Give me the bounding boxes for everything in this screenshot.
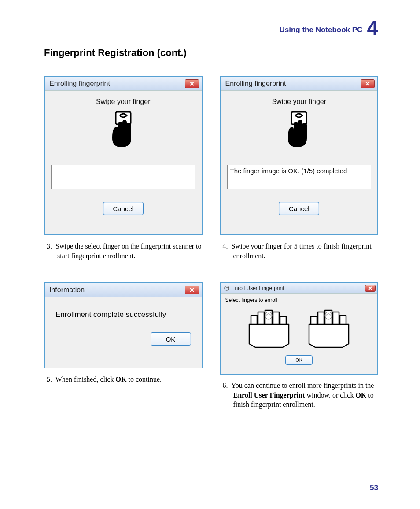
caption-text: to continue. [126, 375, 162, 383]
caption-3: 3. Swipe the select finger on the finger… [55, 241, 203, 260]
caption-text: When finished, click [55, 375, 116, 383]
swipe-label: Swipe your finger [96, 98, 151, 106]
ok-button[interactable]: OK [285, 355, 313, 365]
fingerprint-swipe-icon [280, 111, 318, 155]
chapter-label: Using the Notebook PC [280, 26, 363, 34]
select-fingers-label: Select fingers to enroll [225, 297, 278, 303]
dialog-title: Enroll User Fingerprint [232, 285, 284, 291]
close-icon[interactable] [365, 285, 376, 292]
caption-4: 4. Swipe your finger for 5 times to fini… [231, 241, 379, 260]
section-title: Fingerprint Registration (cont.) [44, 47, 378, 59]
dialog-title: Enrolling fingerprint [49, 80, 110, 88]
caption-num: 3. [47, 242, 52, 250]
caption-bold: OK [355, 391, 366, 399]
caption-text: window, or click [305, 391, 355, 399]
close-icon[interactable] [361, 79, 375, 88]
page-number: 53 [370, 483, 378, 492]
titlebar: Enroll User Fingerprint [221, 283, 378, 294]
dialog-title: Enrolling fingerprint [225, 80, 286, 88]
chapter-header: Using the Notebook PC 4 [44, 18, 378, 39]
cancel-button[interactable]: Cancel [103, 202, 144, 215]
step-4: Enrolling fingerprint Swipe your finger [220, 76, 379, 260]
caption-num: 5. [47, 375, 52, 383]
right-hand-icon[interactable] [305, 308, 353, 349]
fingerprint-swipe-icon [104, 111, 142, 155]
titlebar: Enrolling fingerprint [45, 77, 202, 91]
caption-text: You can continue to enroll more finger­p… [231, 382, 374, 389]
dialog-title: Information [49, 286, 85, 294]
cancel-button[interactable]: Cancel [279, 202, 319, 215]
step-6: Enroll User Fingerprint Select fingers t… [220, 282, 379, 409]
dialog-information: Information Enrollment complete successf… [44, 282, 203, 368]
dialog-enrolling: Enrolling fingerprint Swipe your finger [220, 76, 379, 235]
left-hand-icon[interactable] [245, 308, 293, 349]
caption-6: 6. You can continue to enroll more finge… [231, 381, 379, 409]
swipe-label: Swipe your finger [272, 98, 326, 106]
status-box: The finger image is OK. (1/5) completed [227, 165, 372, 189]
dialog-enrolling: Enrolling fingerprint Swipe your finger [44, 76, 203, 235]
svg-point-2 [225, 286, 229, 290]
step-5: Information Enrollment complete successf… [44, 282, 203, 409]
hands-graphic [245, 308, 353, 349]
titlebar: Enrolling fingerprint [221, 77, 378, 91]
caption-5: 5. When finished, click OK to continue. [55, 375, 203, 384]
caption-text: Swipe your finger for 5 times to finish … [232, 242, 372, 260]
ok-button[interactable]: OK [151, 332, 191, 346]
caption-bold: Enroll User Fingerprint [233, 391, 305, 399]
caption-num: 4. [223, 242, 228, 250]
chapter-number: 4 [367, 18, 378, 38]
step-3: Enrolling fingerprint Swipe your finger [44, 76, 203, 260]
close-icon[interactable] [185, 286, 199, 294]
dialog-enroll-user: Enroll User Fingerprint Select fingers t… [220, 282, 379, 375]
status-box [51, 165, 195, 189]
caption-num: 6. [223, 382, 228, 389]
info-message: Enrollment complete successfully [55, 310, 191, 319]
caption-bold: OK [116, 375, 127, 383]
close-icon[interactable] [185, 79, 199, 88]
caption-text: Swipe the select finger on the fingerpri… [55, 242, 201, 260]
fingerprint-icon [224, 285, 230, 291]
titlebar: Information [45, 283, 202, 297]
